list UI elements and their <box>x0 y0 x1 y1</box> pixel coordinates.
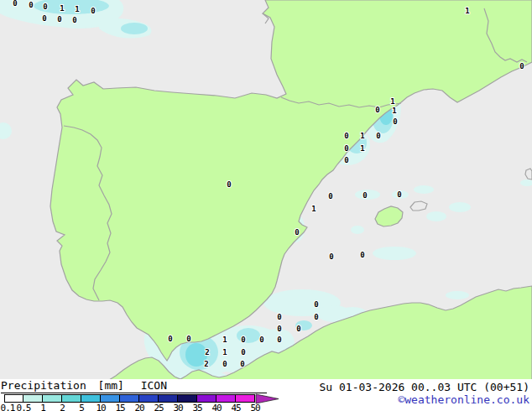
precip-value-marker: 0 <box>295 228 299 237</box>
legend-color-scale <box>4 394 255 403</box>
precip-value-marker: 0 <box>344 156 348 164</box>
forecast-datetime: Su 01-03-2026 00..03 UTC (00+51) <box>320 381 529 393</box>
legend-tick-label: 10 <box>96 403 105 411</box>
precip-value-marker: 1 <box>222 348 227 356</box>
precip-value-marker: 0 <box>168 335 172 343</box>
legend-tick-label: 40 <box>211 403 221 411</box>
legend-color-segment <box>23 394 43 403</box>
precip-value-marker: 1 <box>75 5 79 13</box>
precip-value-marker: 0 <box>259 336 263 344</box>
precip-value-marker: 1 <box>465 7 469 15</box>
precip-value-marker: 0 <box>314 313 318 321</box>
precip-value-marker: 1 <box>390 97 394 106</box>
precip-value-marker: 0 <box>277 336 281 344</box>
legend-tick-label: 25 <box>154 403 163 411</box>
precip-value-marker: 0 <box>241 348 245 356</box>
precip-value-marker: 0 <box>329 252 333 261</box>
precip-value-marker: 0 <box>375 106 379 114</box>
legend-color-segment <box>81 394 101 403</box>
precip-value-marker: 0 <box>393 117 397 126</box>
legend-tick-label: 0.5 <box>17 403 31 411</box>
legend-color-segment <box>120 394 139 403</box>
model-name: ICON <box>141 379 167 392</box>
legend-color-segment <box>62 394 81 403</box>
precip-value-marker: 0 <box>241 336 245 344</box>
precip-value-marker: 0 <box>186 335 190 343</box>
weather-map-page: 0001100001010100100100000100000000001000… <box>0 0 532 411</box>
precip-value-marker: 0 <box>227 180 231 189</box>
precip-value-marker: 0 <box>328 192 332 200</box>
precip-value-marker: 0 <box>222 360 227 368</box>
legend-color-segment <box>139 394 159 403</box>
legend-tick-labels: 0.10.5125101520253035404550 <box>0 403 285 411</box>
legend-tick-label: 5 <box>79 403 84 411</box>
precip-value-marker: 1 <box>392 107 396 115</box>
legend-title: Precipitation [mm] ICON <box>1 380 267 393</box>
legend-color-segment <box>159 394 178 403</box>
precip-value-marker: 0 <box>57 15 61 23</box>
legend-tick-label: 2 <box>60 403 65 411</box>
legend-tick-label: 45 <box>231 403 240 411</box>
legend-color-segment <box>43 394 62 403</box>
legend-color-segment <box>236 394 255 403</box>
legend-color-segment <box>4 394 23 403</box>
precip-value-marker: 0 <box>314 300 318 309</box>
legend-tick-label: 20 <box>134 403 143 411</box>
precip-value-marker: 1 <box>60 4 64 13</box>
legend-tick-label: 0.1 <box>1 403 15 411</box>
legend-tick-label: 35 <box>192 403 201 411</box>
precip-value-marker: 0 <box>277 325 281 333</box>
precip-value-marker: 0 <box>397 190 401 199</box>
precip-value-marker: 1 <box>360 144 364 153</box>
legend-tick-label: 15 <box>115 403 124 411</box>
precip-value-marker: 0 <box>277 313 281 321</box>
legend-title-text: Precipitation <box>1 379 86 392</box>
legend-tick-label: 1 <box>40 403 45 411</box>
legend-tick-label: 30 <box>173 403 182 411</box>
legend-unit-text: [mm] <box>98 379 124 392</box>
precip-value-marker: 0 <box>296 325 300 333</box>
precip-value-marker: 0 <box>360 251 364 259</box>
precip-value-marker: 2 <box>205 348 209 356</box>
precip-value-marker: 0 <box>519 62 524 70</box>
legend-tick-label: 50 <box>250 403 259 411</box>
precip-value-marker: 0 <box>43 3 47 11</box>
precip-value-marker: 0 <box>362 191 367 200</box>
precip-value-marker: 0 <box>42 14 46 23</box>
precip-value-marker: 0 <box>344 132 348 140</box>
precip-value-marker: 2 <box>204 360 208 368</box>
precip-value-marker: 1 <box>311 205 316 213</box>
precip-value-marker: 1 <box>360 132 364 140</box>
precip-value-marker: 1 <box>222 336 227 344</box>
precip-value-marker: 0 <box>29 1 33 9</box>
precip-value-marker: 0 <box>91 7 95 15</box>
precip-value-marker: 0 <box>376 132 380 140</box>
precip-value-marker: 0 <box>344 144 348 153</box>
map-canvas: 0001100001010100100100000100000000001000… <box>0 0 532 380</box>
precip-value-marker: 0 <box>13 0 17 8</box>
legend-color-segment <box>101 394 120 403</box>
legend-color-segment <box>216 394 236 403</box>
legend-bar: Precipitation [mm] ICON 0.10.51251015202… <box>0 379 532 411</box>
precip-value-marker: 0 <box>72 16 76 24</box>
legend-color-segment <box>197 394 216 403</box>
legend-color-segment <box>178 394 197 403</box>
attribution-link[interactable]: ©weatheronline.co.uk <box>398 393 529 406</box>
precip-value-marker: 0 <box>240 360 244 368</box>
